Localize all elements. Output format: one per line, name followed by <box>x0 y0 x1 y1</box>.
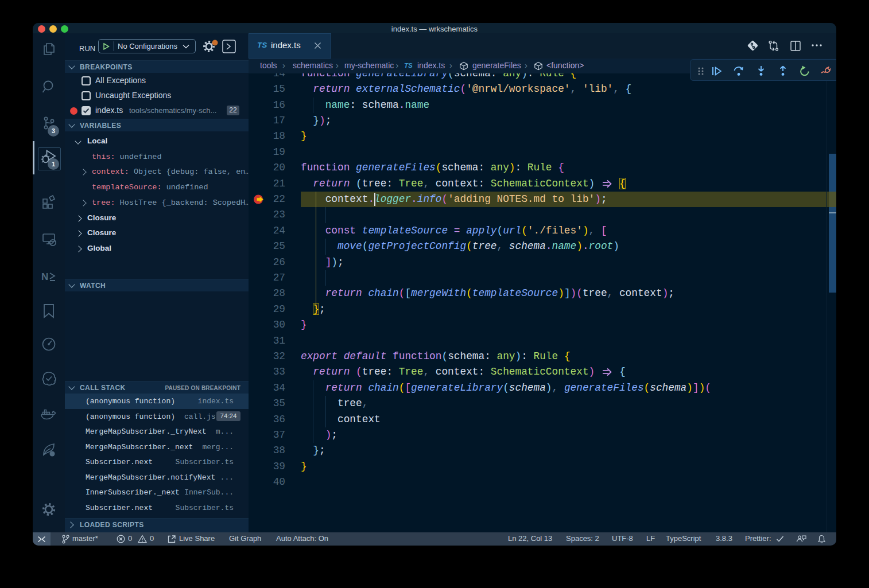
svg-text:N: N <box>41 271 48 282</box>
